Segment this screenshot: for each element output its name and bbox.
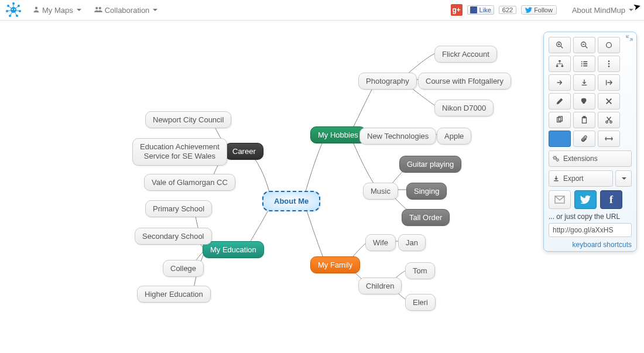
node-education-item[interactable]: Primary School	[145, 200, 212, 217]
node-photography-item[interactable]: Course with Ffotgallery	[418, 73, 511, 90]
tree-view-button[interactable]	[549, 56, 571, 72]
export-dropdown-button[interactable]	[615, 170, 632, 187]
node-career-item[interactable]: Vale of Glamorgan CC	[144, 174, 235, 191]
svg-point-19	[98, 6, 101, 9]
node-children[interactable]: Children	[358, 277, 402, 294]
node-label: Nikon D7000	[442, 104, 486, 112]
node-label: Singing	[414, 187, 439, 196]
zoom-in-button[interactable]	[549, 37, 571, 53]
node-children-item[interactable]: Eleri	[405, 294, 436, 311]
my-maps-menu[interactable]: My Maps	[27, 2, 87, 18]
extensions-label: Extensions	[563, 155, 598, 163]
svg-point-46	[606, 121, 608, 124]
list-view-button[interactable]	[573, 56, 595, 72]
google-plus-button[interactable]: g+	[451, 4, 463, 16]
node-photography-item[interactable]: Flickr Account	[434, 46, 497, 63]
twitter-icon	[525, 6, 532, 13]
edit-button[interactable]	[549, 93, 571, 109]
svg-point-47	[610, 121, 612, 124]
node-career-item[interactable]: Education Achievement Service for SE Wal…	[132, 138, 227, 166]
svg-point-37	[608, 60, 610, 62]
zoom-out-button[interactable]	[573, 37, 595, 53]
node-newtech[interactable]: New Technologies	[359, 128, 436, 145]
node-education-item[interactable]: College	[163, 260, 204, 277]
node-wife[interactable]: Wife	[365, 234, 396, 251]
node-label: Flickr Account	[442, 50, 489, 59]
style-button[interactable]	[573, 93, 595, 109]
svg-point-27	[607, 43, 612, 48]
facebook-like-button[interactable]: Like	[467, 5, 494, 15]
node-education-item[interactable]: Secondary School	[135, 228, 212, 245]
download-icon	[553, 175, 560, 182]
paste-button[interactable]	[573, 112, 595, 128]
node-music[interactable]: Music	[363, 183, 398, 200]
svg-point-17	[35, 6, 38, 9]
svg-rect-33	[581, 66, 583, 67]
top-navbar: My Maps Collaboration g+ Like 622 Follow…	[0, 0, 644, 20]
node-label: Guitar playing	[407, 160, 454, 169]
node-education-item[interactable]: Higher Education	[137, 286, 211, 303]
node-label: Wife	[373, 238, 388, 247]
node-hobbies[interactable]: My Hobbies	[310, 126, 366, 143]
node-label: Children	[366, 282, 394, 290]
cut-button[interactable]	[598, 112, 620, 128]
attach-button[interactable]	[573, 131, 595, 147]
svg-point-18	[95, 6, 98, 9]
social-widgets: g+ Like 622 Follow	[451, 4, 557, 16]
tools-panel: Extensions Export f ... or just copy the…	[543, 32, 637, 252]
node-music-item[interactable]: Tall Order	[402, 209, 450, 226]
more-button[interactable]	[598, 56, 620, 72]
node-newtech-item[interactable]: Apple	[437, 128, 471, 145]
node-music-item[interactable]: Guitar playing	[399, 156, 461, 173]
twitter-share-button[interactable]	[574, 190, 597, 209]
svg-rect-31	[581, 61, 583, 63]
node-children-item[interactable]: Tom	[405, 262, 435, 279]
share-url-input[interactable]	[549, 223, 632, 237]
node-photography[interactable]: Photography	[358, 73, 417, 90]
node-label: Apple	[444, 132, 464, 140]
node-label: Music	[371, 187, 390, 196]
node-label: Course with Ffotgallery	[426, 77, 503, 85]
node-wife-item[interactable]: Jan	[398, 234, 426, 251]
center-button[interactable]	[598, 37, 620, 53]
facebook-share-button[interactable]: f	[600, 190, 622, 209]
export-button[interactable]: Export	[549, 170, 613, 187]
svg-point-50	[556, 159, 559, 161]
email-share-button[interactable]	[549, 190, 571, 209]
node-music-item[interactable]: Singing	[406, 183, 447, 200]
keyboard-shortcuts-link[interactable]: keyboard shortcuts	[549, 241, 632, 249]
node-education[interactable]: My Education	[203, 241, 264, 258]
node-label: Education Achievement Service for SE Wal…	[140, 142, 220, 162]
svg-rect-34	[583, 61, 587, 63]
node-family[interactable]: My Family	[310, 256, 360, 273]
download-button[interactable]	[573, 74, 595, 91]
thumb-up-icon	[470, 6, 477, 13]
resize-button[interactable]	[598, 131, 620, 147]
node-photography-item[interactable]: Nikon D7000	[434, 100, 494, 116]
about-menu[interactable]: About MindMup	[566, 2, 639, 18]
app-logo[interactable]	[5, 1, 22, 19]
node-label: Vale of Glamorgan CC	[152, 178, 228, 187]
node-label: New Technologies	[367, 132, 429, 140]
node-career-item[interactable]: Newport City Council	[145, 111, 231, 128]
copy-button[interactable]	[549, 112, 571, 128]
svg-point-38	[608, 63, 610, 65]
node-label: Jan	[406, 238, 418, 247]
node-career[interactable]: Career	[225, 143, 263, 160]
import-button[interactable]	[598, 74, 620, 91]
svg-rect-36	[583, 66, 587, 67]
delete-button[interactable]	[598, 93, 620, 109]
caret-down-icon	[622, 177, 626, 180]
node-label: My Education	[210, 245, 256, 254]
extensions-button[interactable]: Extensions	[549, 150, 632, 167]
collapse-icon[interactable]	[626, 35, 633, 43]
caret-down-icon	[77, 9, 81, 11]
color-button[interactable]	[549, 131, 571, 147]
share-button[interactable]	[549, 74, 571, 91]
node-label: Primary School	[153, 204, 204, 213]
collaboration-menu[interactable]: Collaboration	[88, 2, 164, 18]
caret-down-icon	[629, 9, 633, 11]
node-root[interactable]: About Me	[262, 191, 320, 211]
twitter-follow-button[interactable]: Follow	[521, 5, 557, 15]
collab-label: Collaboration	[105, 6, 150, 15]
